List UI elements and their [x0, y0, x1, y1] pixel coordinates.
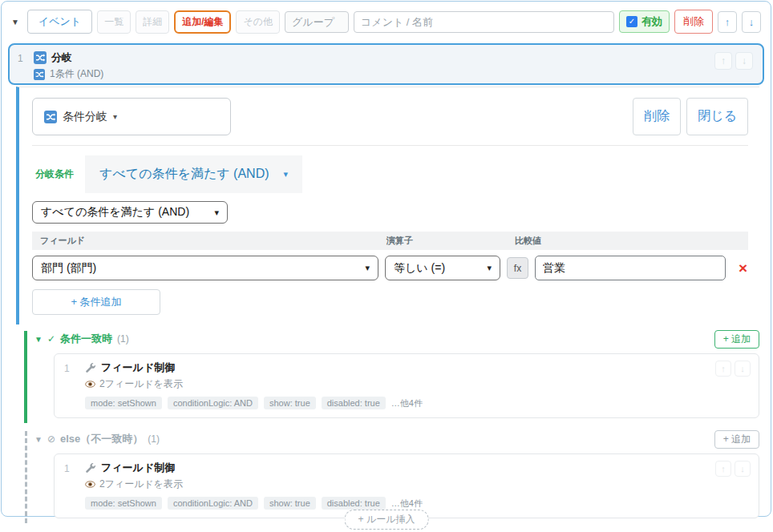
branch-condition-label: 分岐条件: [35, 167, 74, 181]
column-operator-label: 演算子: [386, 235, 515, 247]
action-body: フィールド制御 2フィールドを表示 mode: setShown conditi…: [85, 361, 423, 409]
column-value-label: 比較値: [515, 235, 740, 247]
branch-editor-panel: 条件分岐 ▾ 削除 閉じる 分岐条件 すべての条件を満たす (AND) ▾ すべ…: [16, 87, 759, 324]
operator-select[interactable]: 等しい (=) ▾: [385, 256, 500, 280]
else-branch-line: [25, 431, 27, 523]
enabled-checkbox[interactable]: ✓: [626, 16, 637, 27]
action-card[interactable]: 1 フィールド制御 2フィールドを表示 mode: setShown condi…: [54, 453, 759, 518]
tab-other[interactable]: その他: [236, 10, 280, 34]
wrench-icon: [85, 462, 96, 474]
action-reorder-controls: ↑ ↓: [715, 461, 751, 477]
action-title: フィールド制御: [101, 361, 175, 375]
tab-add-edit[interactable]: 追加/編集: [174, 10, 231, 34]
branch-icon: [34, 51, 47, 64]
enabled-toggle[interactable]: ✓ 有効: [619, 10, 670, 33]
rule-index: 1: [18, 53, 34, 64]
operator-select-value: 等しい (=): [394, 261, 445, 276]
add-condition-button[interactable]: + 条件追加: [32, 289, 160, 315]
rule-reorder-controls: ↑ ↓: [714, 52, 753, 70]
delete-branch-button[interactable]: 削除: [633, 98, 681, 135]
else-section-title: else（不一致時）: [60, 432, 143, 446]
collapse-triangle-icon[interactable]: ▼: [34, 335, 42, 344]
move-up-button[interactable]: ↑: [718, 11, 737, 33]
move-down-button[interactable]: ↓: [742, 11, 761, 33]
branch-icon: [34, 69, 45, 80]
wrench-icon: [85, 362, 96, 373]
chevron-down-icon: ▾: [365, 263, 370, 273]
action-move-down-button[interactable]: ↓: [735, 361, 751, 377]
column-field-label: フィールド: [40, 235, 386, 247]
check-icon: ✓: [47, 333, 55, 345]
circle-slash-icon: ⊘: [47, 433, 55, 445]
action-params: mode: setShown conditionLogic: AND show:…: [85, 397, 423, 409]
action-type-label: 条件分岐: [63, 110, 107, 124]
more-params-label: …他4件: [391, 397, 423, 409]
param-tag: disabled: true: [322, 497, 386, 510]
close-editor-button[interactable]: 閉じる: [686, 98, 748, 135]
condition-table-header: フィールド 演算子 比較値: [32, 232, 748, 250]
branch-icon: [44, 111, 57, 123]
rule-move-up-button[interactable]: ↑: [714, 52, 732, 70]
delete-rule-button[interactable]: 削除: [674, 10, 713, 34]
match-section-title: 条件一致時: [60, 332, 112, 346]
collapse-triangle-icon[interactable]: ▼: [34, 435, 42, 444]
condition-logic-select[interactable]: すべての条件を満たす (AND) ▾: [85, 155, 302, 193]
param-tag: show: true: [264, 397, 316, 409]
field-select-value: 部門 (部門): [41, 261, 96, 276]
field-select[interactable]: 部門 (部門) ▾: [32, 256, 378, 280]
action-reorder-controls: ↑ ↓: [715, 361, 751, 377]
condition-logic-value: すべての条件を満たす (AND): [99, 166, 269, 183]
tab-list[interactable]: 一覧: [97, 10, 131, 34]
chevron-down-icon: ▾: [487, 263, 492, 273]
match-add-button[interactable]: + 追加: [714, 330, 759, 349]
else-section-count: (1): [148, 433, 160, 445]
eye-icon: [85, 479, 95, 490]
action-move-up-button[interactable]: ↑: [715, 361, 731, 377]
rule-summary: 分岐 1条件 (AND): [34, 50, 103, 81]
action-summary: 2フィールドを表示: [99, 478, 183, 491]
action-move-down-button[interactable]: ↓: [735, 461, 751, 477]
editor-header: 条件分岐 ▾ 削除 閉じる: [32, 98, 748, 135]
param-tag: disabled: true: [322, 397, 386, 409]
param-tag: conditionLogic: AND: [168, 397, 258, 409]
rule-editor-container: ▼ イベント 一覧 詳細 追加/編集 その他 ✓ 有効 削除 ↑ ↓ 1 分岐 …: [1, 1, 771, 517]
rule-title: 分岐: [51, 50, 72, 65]
action-card[interactable]: 1 フィールド制御 2フィールドを表示 mode: setShown condi…: [54, 353, 759, 418]
else-section-header: ▼ ⊘ else（不一致時） (1) + 追加: [34, 431, 759, 447]
match-section-count: (1): [117, 333, 129, 345]
action-index: 1: [64, 363, 85, 409]
param-tag: mode: setShown: [85, 397, 162, 409]
collapse-triangle-icon[interactable]: ▼: [11, 18, 19, 26]
more-params-label: …他4件: [391, 498, 423, 510]
param-tag: conditionLogic: AND: [168, 497, 258, 510]
branch-condition-row: 分岐条件 すべての条件を満たす (AND) ▾: [35, 155, 748, 193]
else-add-button[interactable]: + 追加: [714, 430, 759, 449]
eye-icon: [85, 379, 95, 389]
action-params: mode: setShown conditionLogic: AND show:…: [85, 497, 423, 510]
fx-formula-button[interactable]: fx: [507, 257, 528, 279]
match-branch-line: [24, 331, 27, 423]
condition-logic-native-select[interactable]: すべての条件を満たす (AND) ▾: [32, 201, 228, 224]
match-section: ▼ ✓ 条件一致時 (1) + 追加 1 フィールド制御 2フィールドを表示: [24, 329, 759, 429]
param-tag: mode: setShown: [85, 497, 162, 510]
rule-subtitle: 1条件 (AND): [50, 67, 103, 81]
tab-detail[interactable]: 詳細: [136, 10, 169, 34]
chevron-down-icon: ▾: [214, 208, 219, 218]
comment-name-input[interactable]: [354, 11, 614, 33]
comparison-value-input[interactable]: [535, 256, 726, 280]
action-type-dropdown[interactable]: 条件分岐 ▾: [32, 98, 231, 135]
group-input[interactable]: [285, 11, 349, 33]
action-index: 1: [64, 463, 85, 510]
action-summary: 2フィールドを表示: [99, 377, 183, 391]
tab-event[interactable]: イベント: [27, 10, 92, 34]
remove-condition-icon[interactable]: ×: [739, 260, 747, 276]
branch-rule-block[interactable]: 1 分岐 1条件 (AND) ↑ ↓: [8, 43, 764, 85]
insert-rule-button[interactable]: + ルール挿入: [345, 510, 429, 530]
branch-sections: ▼ ✓ 条件一致時 (1) + 追加 1 フィールド制御 2フィールドを表示: [24, 329, 759, 530]
match-section-header: ▼ ✓ 条件一致時 (1) + 追加: [34, 331, 759, 347]
action-move-up-button[interactable]: ↑: [715, 461, 731, 477]
chevron-down-icon: ▾: [284, 169, 289, 179]
rule-move-down-button[interactable]: ↓: [735, 52, 753, 70]
condition-logic-native-value: すべての条件を満たす (AND): [41, 205, 189, 220]
divider: [32, 145, 748, 146]
